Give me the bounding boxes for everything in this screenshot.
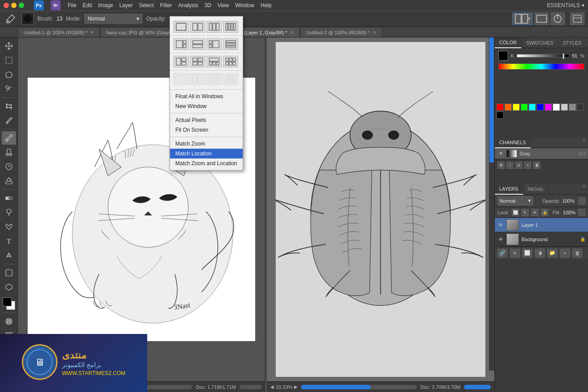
- brush-preview[interactable]: [21, 13, 34, 25]
- brush-tool-btn[interactable]: [4, 12, 18, 25]
- tab-styles[interactable]: STYLES: [558, 38, 586, 48]
- arrange-single-button[interactable]: [534, 13, 549, 25]
- channels-settings-icon[interactable]: ⚙: [497, 162, 505, 169]
- tab-layers[interactable]: LAYERS: [495, 184, 523, 195]
- swatch-magenta[interactable]: [545, 104, 552, 111]
- color-boxes[interactable]: [2, 296, 16, 311]
- menu-file[interactable]: File: [68, 2, 76, 8]
- layout-6[interactable]: [223, 56, 238, 67]
- move-tool[interactable]: [2, 39, 16, 53]
- swatch-cyan[interactable]: [529, 104, 536, 111]
- layers-mode-select[interactable]: Normal ▾: [497, 196, 533, 205]
- layout-big-right-3[interactable]: [207, 38, 222, 50]
- menu-layer[interactable]: Layer: [119, 2, 133, 8]
- tab-untitled1-close[interactable]: ✕: [90, 30, 94, 35]
- k-slider-thumb[interactable]: [563, 54, 564, 59]
- quick-mask-tool[interactable]: [2, 315, 16, 328]
- background-layer-row[interactable]: 👁 Background 🔒: [495, 232, 588, 246]
- menu-filter[interactable]: Filter: [160, 2, 172, 8]
- swatch-green[interactable]: [521, 104, 528, 111]
- channel-eye-icon[interactable]: 👁: [497, 150, 504, 157]
- rotate-view-button[interactable]: [551, 13, 565, 25]
- channel-gray-row[interactable]: 👁 Gray ⌘3: [495, 148, 588, 159]
- menu-select[interactable]: Select: [139, 2, 153, 8]
- channels-merge-icon[interactable]: ⊙: [515, 162, 522, 169]
- layers-link-btn[interactable]: 🔗: [497, 249, 507, 258]
- brush-tool[interactable]: [2, 131, 16, 145]
- menu-analysis[interactable]: Analysis: [178, 2, 198, 8]
- close-button[interactable]: [4, 3, 9, 8]
- dropdown-new-window[interactable]: New Window: [170, 101, 243, 111]
- tab-untitled2[interactable]: Untitled-2 @ 100% (RGB/8) * ✕: [300, 27, 382, 37]
- lock-image-btn[interactable]: ✎: [522, 209, 529, 216]
- menu-window[interactable]: Window: [235, 2, 254, 8]
- lock-transparent-btn[interactable]: ⬜: [512, 209, 519, 216]
- text-tool[interactable]: T: [2, 234, 16, 248]
- dropdown-match-zoom[interactable]: Match Zoom: [170, 139, 243, 149]
- minimize-button[interactable]: [11, 3, 17, 8]
- layout-4-2x2[interactable]: [190, 56, 205, 67]
- crop-tool[interactable]: [2, 100, 16, 113]
- layers-mask-btn[interactable]: ⬜: [522, 249, 532, 258]
- tab-untitled2-close[interactable]: ✕: [373, 30, 376, 35]
- right-nav-prev[interactable]: ◀: [270, 384, 274, 389]
- layers-fx-btn[interactable]: fx: [510, 249, 520, 258]
- menu-image[interactable]: Image: [98, 2, 113, 8]
- layer-1-eye-icon[interactable]: 👁: [497, 222, 504, 228]
- layout-2-horizontal[interactable]: [190, 38, 205, 50]
- right-scrollbar[interactable]: [464, 385, 491, 389]
- history-brush-tool[interactable]: [2, 160, 16, 173]
- layers-trash-btn[interactable]: 🗑: [572, 249, 582, 258]
- gradient-tool[interactable]: [2, 192, 16, 205]
- proof-view-button[interactable]: [570, 13, 584, 25]
- selection-tool[interactable]: [2, 54, 16, 67]
- layout-4-vertical[interactable]: [223, 21, 238, 33]
- layout-big-left-2[interactable]: [174, 38, 189, 50]
- dodge-tool[interactable]: [2, 206, 16, 219]
- swatch-light-gray[interactable]: [561, 104, 568, 111]
- swatch-black[interactable]: [497, 112, 504, 119]
- swatch-dark-gray[interactable]: [577, 104, 584, 111]
- layer-1-row[interactable]: 👁 Layer 1: [495, 218, 588, 232]
- arrange-windows-button[interactable]: ▾: [512, 13, 533, 25]
- path-selection-tool[interactable]: [2, 249, 16, 262]
- 3d-tool[interactable]: [2, 280, 16, 294]
- maximize-button[interactable]: [19, 3, 24, 8]
- eyedropper-tool[interactable]: [2, 114, 16, 127]
- lock-all-btn[interactable]: 🔒: [541, 209, 548, 216]
- menu-3d[interactable]: 3D: [204, 2, 211, 8]
- layers-add-btn[interactable]: +: [560, 249, 570, 258]
- color-spectrum[interactable]: [498, 63, 584, 70]
- channels-add-icon[interactable]: +: [524, 162, 531, 169]
- swatch-orange[interactable]: [505, 104, 512, 111]
- channels-trash-icon[interactable]: 🗑: [533, 162, 540, 169]
- tab-color[interactable]: COLOR: [495, 38, 522, 48]
- swatch-blue[interactable]: [537, 104, 544, 111]
- dropdown-match-zoom-location[interactable]: Match Zoom and Location: [170, 158, 243, 168]
- right-scrollbar-thumb[interactable]: [489, 38, 494, 163]
- pen-tool[interactable]: [2, 220, 16, 234]
- channels-panel-collapse[interactable]: ≡: [580, 138, 588, 148]
- menu-help[interactable]: Help: [261, 2, 272, 8]
- layout-3-horizontal[interactable]: [223, 38, 238, 50]
- dropdown-actual-pixels[interactable]: Actual Pixels: [170, 115, 243, 125]
- channels-eye-icon[interactable]: ○: [506, 162, 513, 169]
- dropdown-float-all[interactable]: Float All in Windows: [170, 92, 243, 101]
- tab-beetle-close[interactable]: ✕: [290, 30, 294, 35]
- eraser-tool[interactable]: [2, 174, 16, 188]
- k-slider[interactable]: [517, 54, 569, 58]
- menu-edit[interactable]: Edit: [83, 2, 92, 8]
- tab-untitled1[interactable]: Untitled-1 @ 100% (RGB/8) * ✕: [18, 27, 99, 37]
- lasso-tool[interactable]: [2, 68, 16, 81]
- foreground-color[interactable]: [3, 297, 12, 306]
- shape-tool[interactable]: [2, 266, 16, 279]
- foreground-color-swatch[interactable]: [498, 51, 508, 61]
- background-layer-eye-icon[interactable]: 👁: [497, 236, 504, 242]
- magic-wand-tool[interactable]: [2, 82, 16, 96]
- layers-opacity-btn[interactable]: [578, 197, 585, 204]
- layout-3-vertical[interactable]: [207, 21, 222, 33]
- left-scrollbar[interactable]: [240, 385, 262, 389]
- tab-paths[interactable]: PATHS: [523, 184, 548, 195]
- dropdown-fit-on-screen[interactable]: Fit On Screen: [170, 125, 243, 135]
- swatch-gray[interactable]: [569, 104, 576, 111]
